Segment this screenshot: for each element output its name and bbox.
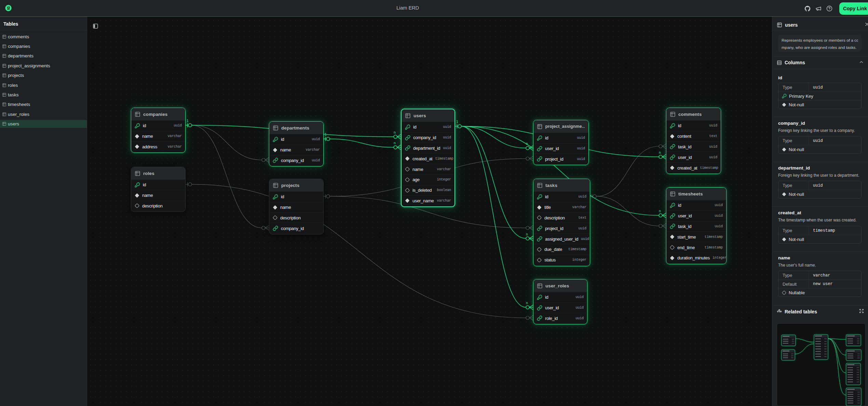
svg-text:n: n (526, 232, 528, 236)
svg-text:1: 1 (187, 119, 189, 123)
svg-text:n: n (526, 141, 528, 146)
svg-text:n: n (659, 150, 661, 154)
svg-text:n: n (526, 301, 528, 305)
svg-text:n: n (394, 130, 396, 134)
svg-text:1: 1 (325, 132, 327, 136)
svg-text:1: 1 (456, 120, 458, 124)
svg-text:n: n (394, 141, 396, 145)
svg-text:n: n (659, 209, 661, 213)
